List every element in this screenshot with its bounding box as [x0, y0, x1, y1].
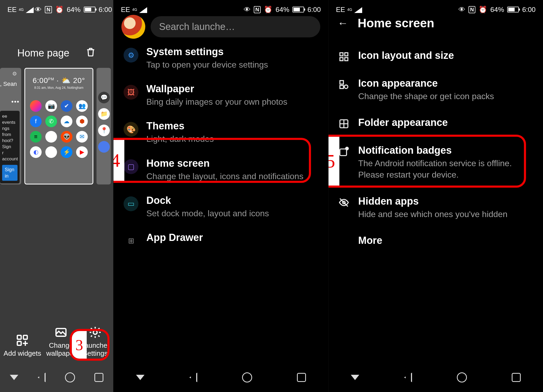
battery-icon [292, 7, 304, 12]
nav-back-icon[interactable] [38, 373, 46, 382]
app-icon[interactable]: 📍 [98, 125, 110, 136]
page-preview-left[interactable]: ⚙ , Sean ••• ee events ngs from hool? Si… [0, 68, 21, 184]
screen-title: Home screen [358, 16, 434, 30]
app-icon[interactable]: ☁ [61, 116, 72, 127]
svg-rect-7 [340, 58, 343, 61]
item-more[interactable]: More [329, 227, 543, 255]
nav-back-icon[interactable] [404, 373, 412, 382]
carrier-label: EE [7, 6, 17, 14]
app-icon[interactable] [30, 100, 42, 112]
item-title: Notification badges [358, 145, 533, 156]
app-icon[interactable]: f [30, 116, 42, 127]
app-icon[interactable]: 💬 [98, 92, 110, 103]
more-icon[interactable]: ••• [0, 98, 20, 105]
signal-icon [354, 6, 363, 13]
shapes-icon [339, 79, 349, 90]
page-preview-current[interactable]: 6:00PM · ⛅ 20° 8:31 am, Mon, Aug 24, Not… [24, 68, 93, 184]
app-icon[interactable]: 👥 [76, 100, 88, 112]
clock-widget[interactable]: 6:00PM · ⛅ 20° [25, 76, 93, 85]
item-icon-layout[interactable]: Icon layout and size [329, 42, 543, 70]
battery-icon [507, 7, 519, 12]
app-icon[interactable]: ✉ [76, 131, 88, 143]
settings-item-homescreen[interactable]: ▢ Home screenChange the layout, icons an… [113, 151, 328, 188]
alarm-icon: ⏰ [264, 6, 272, 14]
clock-time-big: 6:00 [33, 76, 48, 85]
app-icon[interactable]: ✔ [61, 100, 72, 112]
app-icon[interactable]: ≡ [30, 131, 42, 143]
app-icon[interactable]: ◐ [30, 146, 42, 158]
clock-sub: 8:31 am, Mon, Aug 24, Nottingham [25, 86, 93, 90]
settings-item-dock[interactable]: ▭ DockSet dock mode, layout and icons [113, 188, 328, 226]
settings-item-themes[interactable]: 🎨 ThemesLight, dark modes [113, 114, 328, 151]
add-widgets-button[interactable]: Add widgets [4, 334, 41, 358]
nav-recent-icon[interactable] [94, 373, 103, 382]
nav-home-icon[interactable] [242, 372, 252, 382]
settings-list: ⚙ System settingsTap to open your device… [113, 40, 328, 363]
nav-collapse-icon[interactable] [10, 375, 18, 380]
svg-rect-13 [340, 149, 347, 156]
item-sub: Change the layout, icons and notificatio… [146, 171, 319, 182]
item-folder-appearance[interactable]: Folder appearance [329, 109, 543, 137]
change-wallpaper-button[interactable]: Change wallpaper [46, 326, 76, 358]
svg-rect-2 [17, 341, 21, 345]
gear-icon[interactable]: ⚙ [12, 71, 17, 77]
item-title: Dock [146, 195, 319, 206]
item-title: Home screen [146, 158, 319, 169]
app-grid: 📷 ✔ 👥 f ✆ ☁ ⬢ ≡ ⁂ 👽 ✉ ◐ ▶ ⚡ ▶ [25, 90, 93, 158]
clock-temp: 20 [73, 76, 82, 85]
feed-card[interactable]: ee events ngs from hool? Sign r account … [0, 111, 20, 183]
avatar[interactable] [121, 15, 145, 39]
settings-item-system[interactable]: ⚙ System settingsTap to open your device… [113, 40, 328, 77]
app-icon[interactable]: 👽 [61, 131, 72, 143]
nav-collapse-icon[interactable] [136, 375, 144, 380]
item-hidden-apps[interactable]: Hidden appsHide and see which ones you'v… [329, 188, 543, 227]
nav-back-icon[interactable] [189, 373, 197, 382]
grid-icon: ⊞ [124, 234, 138, 248]
nav-recent-icon[interactable] [512, 373, 521, 382]
signin-button[interactable]: Sign in [2, 165, 17, 181]
android-navbar [329, 363, 543, 392]
app-icon[interactable]: 📷 [45, 100, 57, 112]
item-sub: Bing daily images or your own photos [146, 96, 319, 108]
gear-icon: ⚙ [124, 48, 138, 63]
item-sub: The Android notification service is offl… [358, 158, 533, 180]
screen-launcher-settings: EE 4G 👁 N ⏰ 64% 6:00 Search launche… ⚙ [113, 0, 328, 392]
nav-home-icon[interactable] [457, 372, 467, 382]
search-input[interactable]: Search launche… [151, 16, 320, 37]
settings-item-appdrawer[interactable]: ⊞ App Drawer [113, 226, 328, 255]
settings-item-wallpaper[interactable]: 🖼 WallpaperBing daily images or your own… [113, 77, 328, 114]
battery-icon [84, 7, 95, 12]
app-icon[interactable]: ⁂ [45, 131, 57, 143]
back-button[interactable]: ← [338, 17, 348, 29]
app-icon[interactable]: 📁 [98, 108, 110, 120]
screen-home-edit: EE 4G 👁 N ⏰ 64% 6:00 Home page ⚙ [0, 0, 113, 392]
network-type: 4G [347, 7, 352, 12]
delete-page-button[interactable] [85, 47, 96, 60]
app-icon[interactable]: ✆ [45, 116, 57, 127]
item-sub: Tap to open your device settings [146, 59, 319, 71]
app-icon[interactable] [98, 141, 110, 153]
nav-collapse-icon[interactable] [351, 375, 359, 380]
badge-icon [339, 146, 349, 157]
app-icon[interactable]: ⚡ [61, 146, 72, 158]
svg-rect-5 [340, 53, 343, 56]
svg-rect-6 [345, 53, 348, 56]
page-preview-right[interactable]: 💬 📁 📍 [97, 68, 111, 184]
android-navbar [0, 363, 113, 392]
signal-icon [139, 6, 148, 13]
item-notification-badges[interactable]: Notification badgesThe Android notificat… [329, 137, 543, 188]
eye-icon: 👁 [458, 6, 465, 14]
feed-card-text: ee events ngs from hool? Sign r account [2, 113, 17, 162]
app-icon[interactable]: ▶ [76, 146, 88, 158]
nav-recent-icon[interactable] [297, 373, 306, 382]
app-icon[interactable]: ▶ [45, 146, 57, 158]
launcher-settings-button[interactable]: Launcher Settings [81, 326, 110, 358]
item-icon-appearance[interactable]: Icon appearanceChange the shape or get i… [329, 70, 543, 109]
eye-icon: 👁 [244, 6, 251, 14]
svg-rect-11 [340, 85, 343, 89]
alarm-icon: ⏰ [479, 6, 487, 14]
app-icon[interactable]: ⬢ [76, 116, 88, 127]
page-carousel[interactable]: ⚙ , Sean ••• ee events ngs from hool? Si… [0, 68, 113, 184]
svg-point-10 [344, 85, 348, 89]
nav-home-icon[interactable] [65, 372, 75, 382]
